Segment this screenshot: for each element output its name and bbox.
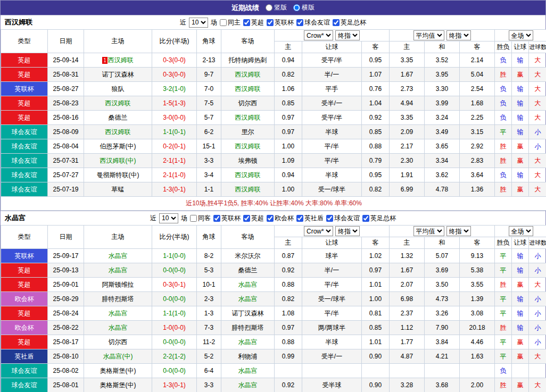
league-filter[interactable]: 英足总杯 xyxy=(333,18,366,27)
odds-company-select[interactable]: Crow* xyxy=(304,30,333,40)
league-filter[interactable]: 球会友谊 xyxy=(296,18,330,27)
away-team: 桑德兰 xyxy=(221,263,275,278)
handicap-odds-away: 1.00 xyxy=(362,292,390,306)
handicap-odds-away: 1.02 xyxy=(362,249,390,263)
col-handicap: 让球 xyxy=(302,237,362,249)
league-filter[interactable]: 英超 xyxy=(243,214,264,223)
match-row: 球会友谊25-08-09西汉姆联1-1(0-1)6-2里尔0.97半球0.852… xyxy=(1,125,546,139)
handicap-line: 受一/球半 xyxy=(302,292,362,306)
home-team: 水晶宫 xyxy=(84,306,152,321)
match-count-select[interactable]: 10 xyxy=(189,18,208,28)
odds-final-select[interactable]: 终指 xyxy=(335,30,360,40)
league-badge: 球会友谊 xyxy=(1,364,48,378)
league-checkbox[interactable] xyxy=(243,215,250,222)
avg-odds-home: 2.73 xyxy=(390,82,425,96)
match-date: 25-08-17 xyxy=(48,335,84,349)
avg-final-select[interactable]: 终指 xyxy=(446,226,471,236)
match-count-select[interactable]: 10 xyxy=(159,213,178,223)
home-team: 水晶宫 xyxy=(84,263,152,278)
odds-company-select[interactable]: Crow* xyxy=(304,226,333,236)
league-checkbox[interactable] xyxy=(243,19,250,26)
topbar: 近期战绩 竖版 横版 xyxy=(1,1,545,15)
handicap-odds-home: 0.99 xyxy=(275,349,302,364)
handicap-odds-home: 0.97 xyxy=(275,125,302,139)
handicap-odds-away xyxy=(362,364,390,378)
league-checkbox[interactable] xyxy=(326,215,333,222)
handicap-odds-away: 0.95 xyxy=(362,53,390,68)
near-label: 近 xyxy=(180,18,186,27)
home-team: 伯恩茅斯(中) xyxy=(84,139,152,154)
result-flag: 胜 xyxy=(495,182,512,197)
league-filter[interactable]: 英社盾 xyxy=(296,214,324,223)
vertical-radio[interactable] xyxy=(266,4,272,11)
col-date: 日期 xyxy=(48,226,84,249)
league-filter[interactable]: 欧会杯 xyxy=(267,214,294,223)
league-checkbox[interactable] xyxy=(213,215,220,222)
horizontal-radio[interactable] xyxy=(293,4,300,11)
away-team: 水晶宫 xyxy=(221,278,275,292)
corners: 7-5 xyxy=(197,96,221,111)
handicap-odds-home: 1.08 xyxy=(275,306,302,321)
league-badge: 英超 xyxy=(1,335,48,349)
league-checkbox[interactable] xyxy=(267,19,274,26)
goals-result-flag: 大 xyxy=(529,278,546,292)
avg-odds-away: 3.15 xyxy=(460,125,495,139)
same-venue-filter[interactable]: 同主 xyxy=(220,18,241,27)
avg-select[interactable]: 平均值 xyxy=(413,30,444,40)
home-team: 水晶宫 xyxy=(84,249,152,263)
handicap-result-flag: 输 xyxy=(512,82,529,96)
avg-odds-away: 3.55 xyxy=(460,278,495,292)
league-filter[interactable]: 英超 xyxy=(243,18,264,27)
avg-odds-away: 5.04 xyxy=(460,68,495,82)
league-checkbox[interactable] xyxy=(296,19,303,26)
corners: 7-0 xyxy=(197,82,221,96)
league-filter[interactable]: 英足总杯 xyxy=(362,214,396,223)
result-flag: 胜 xyxy=(495,154,512,168)
league-checkbox[interactable] xyxy=(333,19,340,26)
handicap-odds-home: 1.09 xyxy=(275,154,302,168)
avg-odds-away: 1.39 xyxy=(460,292,495,306)
handicap-result-flag: 输 xyxy=(512,96,529,111)
league-checkbox[interactable] xyxy=(296,215,303,222)
corners: 8-2 xyxy=(197,249,221,263)
handicap-result-flag: 输 xyxy=(512,53,529,68)
score: 3-2(1-0) xyxy=(152,82,197,96)
league-checkbox[interactable] xyxy=(362,215,369,222)
league-filter[interactable]: 球会友谊 xyxy=(326,214,360,223)
avg-odds-away: 2.83 xyxy=(460,154,495,168)
league-badge: 球会友谊 xyxy=(1,154,48,168)
away-team: 水晶宫 xyxy=(221,378,275,392)
match-row: 球会友谊25-07-19草蜢1-3(0-1)1-1西汉姆联1.00受一/球半0.… xyxy=(1,182,546,197)
handicap-odds-away: 1.07 xyxy=(362,68,390,82)
score: 0-0(0-0) xyxy=(152,335,197,349)
scope-select[interactable]: 全场 xyxy=(509,30,533,40)
same-venue-checkbox[interactable] xyxy=(190,215,197,222)
away-team: 利物浦 xyxy=(221,349,275,364)
col-home: 主场 xyxy=(84,30,152,53)
league-filter[interactable]: 英联杯 xyxy=(213,214,241,223)
col-odds-away: 客 xyxy=(362,237,390,249)
handicap-result-flag: 赢 xyxy=(512,154,529,168)
avg-select[interactable]: 平均值 xyxy=(413,226,444,236)
match-row: 英联杯25-09-17水晶宫1-1(0-0)8-2米尔沃尔0.87球半1.021… xyxy=(1,249,546,263)
league-checkbox[interactable] xyxy=(267,215,274,222)
match-row: 球会友谊25-07-31西汉姆联(中)2-1(1-1)3-3埃弗顿1.09平/半… xyxy=(1,154,546,168)
league-label: 球会友谊 xyxy=(334,214,360,223)
same-venue-filter[interactable]: 同客 xyxy=(190,214,211,223)
avg-final-select[interactable]: 终指 xyxy=(446,30,471,40)
layout-option-horizontal[interactable]: 横版 xyxy=(293,3,315,12)
league-filter[interactable]: 英联杯 xyxy=(267,18,294,27)
handicap-result-flag: 输 xyxy=(512,292,529,306)
scope-select[interactable]: 全场 xyxy=(509,226,533,236)
avg-odds-draw: 3.95 xyxy=(425,68,460,82)
home-team: 切尔西 xyxy=(84,335,152,349)
handicap-odds-away: 0.82 xyxy=(362,182,390,197)
corners: 3-4 xyxy=(197,168,221,182)
handicap-line: 受一/球半 xyxy=(302,182,362,197)
goals-result-flag: 大 xyxy=(529,349,546,364)
same-venue-checkbox[interactable] xyxy=(220,19,227,26)
odds-final-select[interactable]: 终指 xyxy=(335,226,360,236)
corners: 11-2 xyxy=(197,335,221,349)
handicap-odds-home: 1.06 xyxy=(275,82,302,96)
layout-option-vertical[interactable]: 竖版 xyxy=(266,3,287,12)
